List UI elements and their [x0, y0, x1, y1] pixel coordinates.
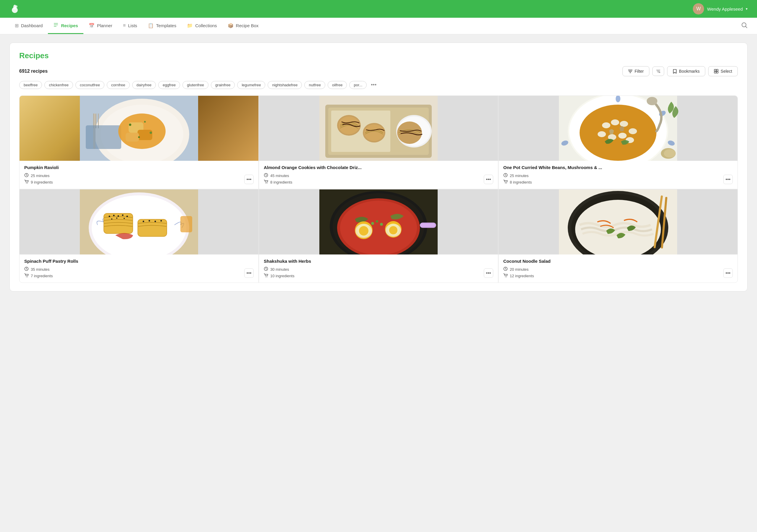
filter-button[interactable]: Filter [622, 66, 650, 76]
svg-point-46 [267, 183, 267, 184]
filter-tag-dairyfree[interactable]: dairyfree [132, 81, 156, 89]
collections-icon: 📁 [187, 23, 193, 28]
svg-rect-88 [180, 216, 192, 232]
svg-point-65 [664, 149, 676, 158]
planner-icon: 📅 [89, 23, 95, 28]
recipe-info-1: Pumpkin Ravioli 25 minutes [19, 161, 258, 189]
recipe-info-4: Spinach Puff Pastry Rolls 35 minutes [19, 254, 258, 282]
svg-rect-4 [54, 24, 58, 25]
recipe-more-button-1[interactable]: ••• [244, 175, 254, 184]
templates-icon: 📋 [148, 23, 154, 28]
recipe-time-4: 35 minutes [24, 267, 50, 272]
filter-tag-eggfree[interactable]: eggfree [158, 81, 180, 89]
recipe-more-button-6[interactable]: ••• [723, 268, 733, 278]
recipe-card-1: Pumpkin Ravioli 25 minutes [19, 96, 259, 189]
cart-icon-6 [503, 273, 508, 279]
recipe-more-button-5[interactable]: ••• [484, 268, 493, 278]
cart-icon-1 [24, 179, 29, 185]
filter-tag-chickenfree[interactable]: chickenfree [45, 81, 73, 89]
svg-point-120 [505, 277, 506, 277]
recipe-info-3: One Pot Curried White Beans, Mushrooms &… [499, 161, 738, 189]
clear-filter-button[interactable] [652, 67, 664, 76]
nav-item-collections[interactable]: 📁 Collections [182, 18, 222, 34]
recipe-image-1 [19, 96, 258, 161]
more-tags-button[interactable]: ••• [369, 81, 378, 89]
svg-point-56 [611, 119, 619, 125]
svg-rect-109 [420, 223, 435, 227]
nav-item-lists[interactable]: ≡ Lists [118, 18, 142, 34]
recipe-time-3: 25 minutes [503, 173, 529, 178]
user-menu[interactable]: W Wendy Appleseed ▾ [693, 3, 747, 15]
svg-point-60 [618, 133, 626, 139]
filter-tag-pork[interactable]: por... [349, 81, 367, 89]
recipe-time-5: 30 minutes [264, 267, 289, 272]
svg-point-84 [143, 221, 144, 222]
nav-label-collections: Collections [195, 23, 217, 28]
nav-item-recipebox[interactable]: 📦 Recipe Box [222, 18, 264, 34]
svg-point-61 [629, 128, 637, 134]
filter-tag-coconutfree[interactable]: coconutfree [76, 81, 105, 89]
recipe-title-1: Pumpkin Ravioli [24, 165, 59, 170]
dashboard-icon: ⊞ [15, 23, 19, 28]
svg-point-31 [26, 183, 27, 184]
filter-tag-legumefree[interactable]: legumefree [237, 81, 265, 89]
svg-point-26 [129, 124, 131, 126]
clock-icon-3 [503, 173, 508, 178]
recipe-more-button-2[interactable]: ••• [484, 175, 493, 184]
page-title: Recipes [19, 51, 738, 60]
svg-point-78 [127, 216, 128, 217]
nav-label-planner: Planner [97, 23, 112, 28]
svg-point-29 [150, 132, 152, 134]
nav-item-templates[interactable]: 📋 Templates [142, 18, 182, 34]
recipe-ingredients-6: 12 ingredients [503, 273, 534, 279]
filter-tag-beeffree[interactable]: beeffree [19, 81, 42, 89]
filter-tag-nutfree[interactable]: nutfree [304, 81, 325, 89]
recipe-info-2: Almond Orange Cookies with Chocolate Dri… [259, 161, 498, 189]
svg-rect-24 [137, 130, 152, 140]
filter-tag-oilfree[interactable]: oilfree [328, 81, 347, 89]
svg-point-111 [265, 277, 266, 277]
svg-point-107 [380, 223, 383, 226]
recipe-card-4: Spinach Puff Pastry Rolls 35 minutes [19, 189, 259, 283]
filter-tag-grainfree[interactable]: grainfree [211, 81, 235, 89]
recipe-ingredients-4: 7 ingredients [24, 273, 53, 279]
recipe-card-bottom-3: One Pot Curried White Beans, Mushrooms &… [503, 165, 733, 185]
svg-point-74 [109, 216, 110, 217]
recipe-more-button-3[interactable]: ••• [723, 175, 733, 184]
recipe-title-5: Shakshuka with Herbs [264, 259, 311, 264]
nav-label-dashboard: Dashboard [21, 23, 43, 28]
filter-tag-glutenfree[interactable]: glutenfree [182, 81, 208, 89]
toolbar-row: 6912 recipes Filter [19, 66, 738, 76]
recipe-ingredients-5: 10 ingredients [264, 273, 294, 279]
select-button[interactable]: Select [708, 66, 738, 76]
recipe-card-6: Coconut Noodle Salad 20 minutes [498, 189, 738, 283]
svg-rect-83 [138, 220, 167, 236]
recipe-ingredients-1: 9 ingredients [24, 179, 53, 185]
svg-point-81 [124, 218, 125, 219]
recipebox-icon: 📦 [228, 23, 234, 28]
logo[interactable] [10, 4, 20, 14]
topbar: W Wendy Appleseed ▾ [0, 0, 757, 18]
svg-rect-21 [86, 125, 121, 149]
recipe-count: 6912 recipes [19, 69, 47, 74]
recipes-icon [53, 22, 59, 29]
nav-label-recipebox: Recipe Box [236, 23, 259, 28]
svg-rect-11 [716, 70, 718, 71]
recipe-meta-6: 20 minutes 12 ingredients [503, 267, 551, 279]
recipe-ingredients-2: 8 ingredients [264, 179, 292, 185]
bookmarks-button[interactable]: Bookmarks [667, 66, 705, 76]
search-button[interactable] [741, 22, 747, 30]
nav-item-recipes[interactable]: Recipes [48, 18, 83, 34]
recipe-info-5: Shakshuka with Herbs 30 minutes [259, 254, 498, 282]
svg-point-58 [598, 131, 606, 137]
recipe-card-5: Shakshuka with Herbs 30 minutes [259, 189, 498, 283]
recipe-title-2: Almond Orange Cookies with Chocolate Dri… [264, 165, 362, 170]
recipe-more-button-4[interactable]: ••• [244, 268, 254, 278]
nav-item-dashboard[interactable]: ⊞ Dashboard [10, 18, 48, 34]
nav-item-planner[interactable]: 📅 Planner [83, 18, 118, 34]
recipe-ingredients-3: 8 ingredients [503, 179, 532, 185]
filter-tag-nightshadefree[interactable]: nightshadefree [268, 81, 302, 89]
clock-icon-4 [24, 267, 29, 272]
filter-tag-cornfree[interactable]: cornfree [107, 81, 130, 89]
filter-icon [628, 69, 632, 74]
